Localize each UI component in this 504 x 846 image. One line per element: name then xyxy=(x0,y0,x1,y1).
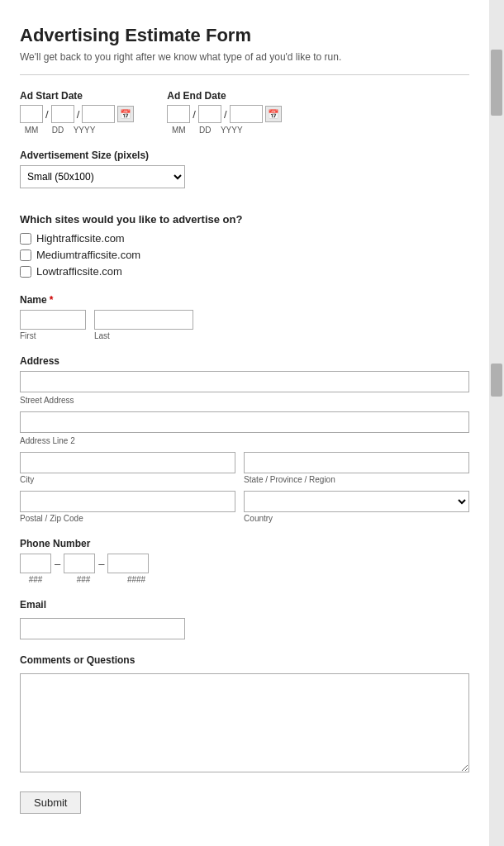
city-group: City xyxy=(20,452,235,484)
phone-section: Phone Number – – ### ### #### xyxy=(20,538,469,584)
start-cal-space xyxy=(99,126,116,135)
site-2-label[interactable]: Mediumtrafficsite.com xyxy=(36,249,140,261)
zip-input[interactable] xyxy=(20,491,235,512)
first-name-input[interactable] xyxy=(20,310,86,330)
end-slash-1: / xyxy=(193,108,196,121)
start-slash-2: / xyxy=(77,108,80,121)
site-3-item: Lowtrafficsite.com xyxy=(20,265,469,278)
form-area: Advertising Estimate Form We'll get back… xyxy=(0,0,489,846)
zip-label: Postal / Zip Code xyxy=(20,514,235,523)
end-date-dd-input[interactable] xyxy=(198,105,221,123)
city-input[interactable] xyxy=(20,452,235,473)
site-1-checkbox[interactable] xyxy=(20,233,31,245)
address-row-city-state: City State / Province / Region xyxy=(20,452,469,484)
end-date-yyyy-input[interactable] xyxy=(230,105,263,123)
ad-size-label: Advertisement Size (pixels) xyxy=(20,150,469,161)
start-date-dd-input[interactable] xyxy=(51,105,74,123)
page-wrapper: Advertising Estimate Form We'll get back… xyxy=(0,0,504,846)
state-input[interactable] xyxy=(244,452,469,473)
site-3-checkbox[interactable] xyxy=(20,266,31,278)
first-name-group: First xyxy=(20,310,86,340)
start-date-yyyy-input[interactable] xyxy=(82,105,115,123)
comments-textarea[interactable] xyxy=(20,673,469,772)
scrollbar[interactable] xyxy=(489,0,504,846)
site-3-label[interactable]: Lowtrafficsite.com xyxy=(36,265,122,278)
country-label: Country xyxy=(244,514,469,523)
phone-line-input[interactable] xyxy=(107,554,149,573)
start-date-mm-input[interactable] xyxy=(20,105,43,123)
date-row: Ad Start Date / / 📅 MM DD YYYY xyxy=(20,90,469,135)
zip-group: Postal / Zip Code xyxy=(20,491,235,523)
ad-end-date-inputs: / / 📅 xyxy=(167,105,281,123)
state-group: State / Province / Region xyxy=(244,452,469,484)
name-section: Name* First Last xyxy=(20,294,469,340)
ad-start-date-inputs: / / 📅 xyxy=(20,105,134,123)
scrollbar-thumb-upper[interactable] xyxy=(491,50,502,116)
address-line2-label: Address Line 2 xyxy=(20,436,469,445)
address-line2-input[interactable] xyxy=(20,411,469,433)
start-yyyy-label: YYYY xyxy=(73,126,96,135)
country-group: Country xyxy=(244,491,469,523)
start-date-sub-labels: MM DD YYYY xyxy=(20,126,134,135)
ad-start-date-group: Ad Start Date / / 📅 MM DD YYYY xyxy=(20,90,134,135)
phone-sub-labels: ### ### #### xyxy=(20,575,469,584)
ad-size-select[interactable]: Small (50x100) Medium (100x200) Large (2… xyxy=(20,165,185,188)
street-address-input[interactable] xyxy=(20,371,469,392)
phone-dash-1: – xyxy=(55,558,60,570)
phone-dash-space-2 xyxy=(102,575,112,584)
page-title: Advertising Estimate Form xyxy=(20,25,469,46)
phone-label: Phone Number xyxy=(20,538,469,549)
ad-start-date-label: Ad Start Date xyxy=(20,90,134,102)
end-slash-2: / xyxy=(224,108,227,121)
street-address-label: Street Address xyxy=(20,396,469,405)
site-1-item: Hightrafficsite.com xyxy=(20,232,469,245)
phone-dash-space-1 xyxy=(55,575,64,584)
start-dd-label: DD xyxy=(46,126,69,135)
end-calendar-icon[interactable]: 📅 xyxy=(265,106,282,122)
scrollbar-thumb-lower[interactable] xyxy=(491,364,502,397)
phone-prefix-input[interactable] xyxy=(64,554,95,573)
page-subtitle: We'll get back to you right after we kno… xyxy=(20,51,469,63)
ad-size-section: Advertisement Size (pixels) Small (50x10… xyxy=(20,150,469,202)
last-name-label: Last xyxy=(94,331,193,340)
comments-section: Comments or Questions xyxy=(20,654,469,775)
phone-area-input[interactable] xyxy=(20,554,51,573)
address-label: Address xyxy=(20,355,469,367)
city-label: City xyxy=(20,475,235,484)
site-1-label[interactable]: Hightrafficsite.com xyxy=(36,232,125,245)
address-row-zip-country: Postal / Zip Code Country xyxy=(20,491,469,523)
start-calendar-icon[interactable]: 📅 xyxy=(117,106,134,122)
name-label: Name* xyxy=(20,294,469,306)
submit-button[interactable]: Submit xyxy=(20,791,81,814)
first-name-label: First xyxy=(20,331,86,340)
end-mm-label: MM xyxy=(167,126,190,135)
divider xyxy=(20,74,469,75)
name-fields: First Last xyxy=(20,310,469,340)
country-select[interactable] xyxy=(244,491,469,512)
email-input[interactable] xyxy=(20,618,185,639)
last-name-input[interactable] xyxy=(94,310,193,330)
phone-sub-1: ### xyxy=(20,575,51,584)
phone-dash-2: – xyxy=(98,558,104,570)
comments-label: Comments or Questions xyxy=(20,654,469,666)
site-2-checkbox[interactable] xyxy=(20,250,31,261)
ad-end-date-group: Ad End Date / / 📅 MM DD YYYY xyxy=(167,90,281,135)
phone-sub-3: #### xyxy=(116,575,157,584)
end-cal-space xyxy=(246,126,263,135)
last-name-group: Last xyxy=(94,310,193,340)
ad-end-date-label: Ad End Date xyxy=(167,90,281,102)
end-dd-label: DD xyxy=(193,126,216,135)
state-label: State / Province / Region xyxy=(244,475,469,484)
end-yyyy-label: YYYY xyxy=(220,126,243,135)
sites-question: Which sites would you like to advertise … xyxy=(20,213,469,226)
end-date-mm-input[interactable] xyxy=(167,105,190,123)
site-2-item: Mediumtrafficsite.com xyxy=(20,249,469,261)
end-date-sub-labels: MM DD YYYY xyxy=(167,126,281,135)
start-mm-label: MM xyxy=(20,126,43,135)
sites-section: Which sites would you like to advertise … xyxy=(20,213,469,278)
address-section: Address Street Address Address Line 2 Ci… xyxy=(20,355,469,523)
name-required-marker: * xyxy=(50,294,54,306)
email-section: Email xyxy=(20,599,469,639)
phone-inputs: – – xyxy=(20,554,469,573)
phone-sub-2: ### xyxy=(68,575,99,584)
